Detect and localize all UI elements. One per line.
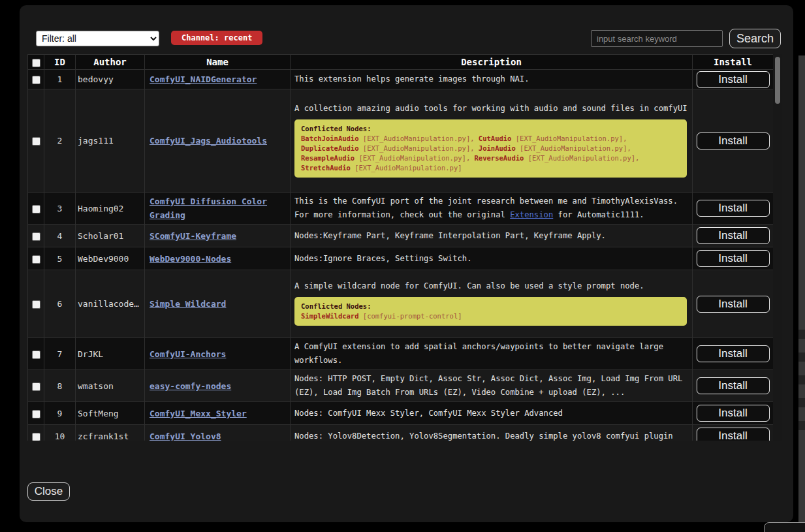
conflict-node-source: [EXT_AudioManipulation.py] [524,154,635,162]
conflict-title: Conflicted Nodes: [301,124,680,134]
row-id: 5 [44,247,76,270]
row-checkbox[interactable] [32,433,40,441]
search-input[interactable] [591,30,723,47]
node-name-link[interactable]: ComfyUI_NAIDGenerator [150,74,257,84]
install-custom-nodes-dialog: Filter: all Channel: recent Search ID Au… [20,5,793,522]
row-id: 4 [44,225,76,247]
install-button[interactable]: Install [697,133,770,149]
node-name-link[interactable]: ComfyUI_Jags_Audiotools [150,136,267,146]
search-button[interactable]: Search [729,29,781,48]
row-description: A ComfyUI extension to add spatial ancho… [291,338,693,370]
description-text: A ComfyUI extension to add spatial ancho… [294,342,663,365]
row-checkbox[interactable] [32,137,40,146]
row-id: 9 [44,402,76,425]
row-id: 6 [44,270,76,338]
conflict-node-source: [comfyui-prompt-control] [359,312,462,320]
table-row: 7 DrJKL ComfyUI-Anchors A ComfyUI extens… [28,338,774,370]
install-button[interactable]: Install [697,71,770,88]
header-id: ID [44,55,76,70]
conflict-items: SimpleWildcard [comfyui-prompt-control] [301,311,680,321]
install-button[interactable]: Install [697,405,770,422]
row-checkbox[interactable] [32,300,40,309]
table-row: 6 vanillacode… Simple Wildcard A simple … [28,270,774,338]
install-button[interactable]: Install [697,345,770,362]
background-partial-button [764,522,805,532]
table-scrollbar-thumb[interactable] [775,57,780,104]
table-header-row: ID Author Name Description Install [28,55,774,70]
row-description: Nodes: HTTP POST, Empty Dict, Assoc Str,… [291,370,693,402]
install-button[interactable]: Install [697,296,770,313]
table-row: 8 wmatson easy-comfy-nodes Nodes: HTTP P… [28,370,774,402]
row-author: DrJKL [76,338,145,370]
row-id: 3 [44,193,76,225]
background-menu-fragment [798,330,805,339]
row-checkbox[interactable] [32,255,40,264]
close-button[interactable]: Close [27,482,70,501]
conflict-node-name: JoinAudio [479,144,516,152]
row-author: zcfrank1st [76,425,145,441]
row-id: 10 [44,425,76,441]
channel-badge[interactable]: Channel: recent [171,31,262,45]
table-row: 9 SoftMeng ComfyUI_Mexx_Styler Nodes: Co… [28,402,774,425]
node-name-link[interactable]: ComfyUI-Anchors [150,349,226,359]
conflict-node-source: [EXT_AudioManipulation.py] [359,134,471,142]
description-text: Nodes: Yolov8Detection, Yolov8Segmentati… [294,431,673,441]
table-row: 3 Haoming02 ComfyUI Diffusion Color Grad… [28,193,774,225]
table-row: 1 bedovyy ComfyUI_NAIDGenerator This ext… [28,70,774,89]
row-checkbox[interactable] [32,76,40,84]
row-author: SoftMeng [76,402,145,425]
install-button[interactable]: Install [697,227,770,244]
node-name-link[interactable]: SComfyUI-Keyframe [150,231,236,241]
row-author: Scholar01 [76,225,145,247]
row-checkbox[interactable] [32,351,40,359]
description-text: This extension helps generate images thr… [294,74,529,84]
conflict-items: BatchJoinAudio [EXT_AudioManipulation.py… [301,134,680,173]
row-checkbox[interactable] [32,205,40,213]
conflict-node-name: StretchAudio [301,164,351,172]
select-all-checkbox[interactable] [32,59,40,67]
row-description: Nodes: ComfyUI Mexx Styler, ComfyUI Mexx… [291,402,693,425]
row-description: This is the ComfyUI port of the joint re… [291,193,693,225]
header-author: Author [76,55,145,70]
install-button[interactable]: Install [697,250,770,267]
conflict-node-source: [EXT_AudioManipulation.py] [355,154,466,162]
install-button[interactable]: Install [697,428,770,441]
row-id: 2 [44,89,76,193]
row-checkbox[interactable] [32,232,40,241]
table-row: 5 WebDev9000 WebDev9000-Nodes Nodes:Igno… [28,247,774,270]
custom-nodes-table: ID Author Name Description Install 1 bed… [27,54,774,441]
conflict-node-name: ResampleAudio [301,154,355,162]
row-author: jags111 [76,89,145,193]
node-name-link[interactable]: ComfyUI_Mexx_Styler [150,409,247,418]
description-text: A collection amazing audio tools for wor… [294,104,687,113]
background-menu-fragment [798,352,805,362]
node-name-link[interactable]: Simple Wildcard [150,299,226,309]
row-checkbox[interactable] [32,383,40,391]
node-name-link[interactable]: WebDev9000-Nodes [150,254,231,264]
description-text: Nodes:Keyframe Part, Keyframe Interpolat… [294,231,606,240]
node-name-link[interactable]: ComfyUI Yolov8 [150,431,221,441]
row-description: This extension helps generate images thr… [291,70,693,89]
description-text: for Automatic1111. [553,210,644,219]
row-checkbox[interactable] [32,410,40,418]
conflict-node-name: CutAudio [479,134,512,142]
description-link[interactable]: Extension [510,210,553,219]
table-scrollbar-track[interactable] [773,54,782,441]
description-text: Nodes: ComfyUI Mexx Styler, ComfyUI Mexx… [294,409,563,418]
description-text: A simple wildcard node for ComfyUI. Can … [294,281,644,290]
node-name-link[interactable]: ComfyUI Diffusion Color Grading [150,196,267,220]
table-row: 4 Scholar01 SComfyUI-Keyframe Nodes:Keyf… [28,225,774,247]
install-button[interactable]: Install [697,377,770,394]
conflict-node-source: [EXT_AudioManipulation.py] [511,134,623,142]
background-menu-fragment [798,421,805,430]
conflict-node-name: DuplicateAudio [301,144,359,152]
conflict-node-source: [EXT_AudioManipulation.py] [351,164,462,172]
filter-select[interactable]: Filter: all [36,31,159,46]
install-button[interactable]: Install [697,200,770,217]
description-text: Nodes: HTTP POST, Empty Dict, Assoc Str,… [294,374,682,397]
background-menu-fragment [798,375,805,384]
conflict-node-name: SimpleWildcard [301,312,359,320]
table-body: 1 bedovyy ComfyUI_NAIDGenerator This ext… [28,70,774,441]
conflict-title: Conflicted Nodes: [301,302,680,311]
node-name-link[interactable]: easy-comfy-nodes [150,381,231,391]
